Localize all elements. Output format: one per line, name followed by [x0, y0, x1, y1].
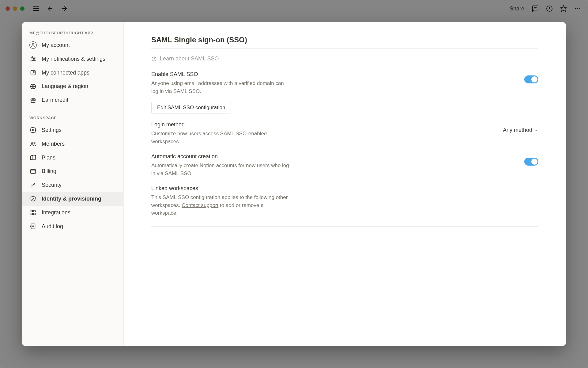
login-method-select[interactable]: Any method — [503, 127, 538, 133]
sidebar-item-language[interactable]: Language & region — [22, 79, 123, 93]
svg-point-18 — [31, 60, 32, 61]
setting-auto-create: Automatic account creation Automatically… — [151, 145, 538, 177]
close-dot[interactable] — [6, 6, 10, 11]
forward-icon[interactable] — [59, 4, 69, 13]
linked-desc: This SAML SSO configuration applies to t… — [151, 194, 289, 217]
auto-create-desc: Automatically create Notion accounts for… — [151, 162, 289, 177]
setting-enable-saml: Enable SAML SSO Anyone using email addre… — [151, 63, 538, 95]
svg-rect-35 — [34, 210, 36, 212]
svg-marker-8 — [560, 6, 567, 11]
help-icon — [151, 56, 157, 62]
log-icon — [29, 223, 37, 230]
maximize-dot[interactable] — [20, 6, 24, 11]
svg-rect-31 — [31, 169, 36, 173]
sidebar-item-notifications[interactable]: My notifications & settings — [22, 52, 123, 66]
sidebar-item-connected-apps[interactable]: My connected apps — [22, 66, 123, 80]
key-icon — [29, 182, 37, 189]
sidebar-item-members[interactable]: Members — [22, 137, 123, 151]
learn-link-label: Learn about SAML SSO — [160, 56, 219, 62]
contact-support-link[interactable]: Contact support — [182, 202, 218, 208]
sidebar-item-label: Settings — [42, 126, 62, 135]
svg-marker-28 — [31, 155, 36, 160]
setting-login-method: Login method Customize how users access … — [151, 113, 538, 145]
workspace-section-header: WORKSPACE — [22, 114, 123, 123]
gear-icon — [29, 126, 37, 134]
sidebar-item-label: Members — [42, 140, 65, 148]
sliders-icon — [29, 55, 37, 63]
top-bar: Share — [0, 0, 588, 17]
window-controls — [6, 6, 24, 11]
sidebar-item-label: My connected apps — [42, 68, 89, 77]
login-method-value: Any method — [503, 127, 532, 133]
map-icon — [29, 154, 37, 161]
login-method-title: Login method — [151, 121, 289, 128]
app-window: Share ME@TOOLSFORTHOUGHT.APP My account — [0, 0, 588, 368]
login-method-desc: Customize how users access SAML SSO-enab… — [151, 130, 289, 145]
sidebar-item-label: Earn credit — [42, 96, 68, 105]
svg-point-10 — [577, 8, 578, 9]
enable-saml-title: Enable SAML SSO — [151, 71, 289, 78]
external-link-icon — [29, 69, 37, 76]
svg-rect-37 — [34, 213, 36, 215]
svg-point-33 — [31, 185, 33, 187]
sidebar-item-label: Security — [42, 181, 62, 190]
svg-rect-36 — [31, 213, 33, 215]
back-icon[interactable] — [45, 4, 55, 13]
shield-check-icon — [29, 195, 37, 202]
avatar-icon — [29, 41, 37, 49]
credit-card-icon — [29, 168, 37, 175]
hamburger-icon[interactable] — [31, 4, 41, 13]
setting-linked-workspaces: Linked workspaces This SAML SSO configur… — [151, 177, 538, 217]
share-button[interactable]: Share — [508, 6, 526, 12]
sidebar-item-label: Billing — [42, 167, 56, 176]
sidebar-item-label: Audit log — [42, 222, 63, 231]
sidebar-item-label: My account — [42, 41, 70, 50]
enable-saml-toggle[interactable] — [524, 75, 538, 83]
sidebar-item-audit-log[interactable]: Audit log — [22, 220, 123, 233]
chevron-down-icon — [534, 128, 538, 132]
gift-icon — [29, 97, 37, 104]
svg-point-11 — [579, 8, 580, 9]
minimize-dot[interactable] — [13, 6, 17, 11]
favorite-icon[interactable] — [559, 4, 568, 13]
sidebar-item-label: Language & region — [42, 82, 88, 91]
sidebar-item-label: My notifications & settings — [42, 55, 105, 63]
globe-icon — [29, 83, 37, 90]
svg-point-25 — [32, 129, 34, 131]
settings-content: SAML Single sign-on (SSO) Learn about SA… — [124, 22, 566, 346]
sidebar-item-security[interactable]: Security — [22, 178, 123, 192]
sidebar-item-plans[interactable]: Plans — [22, 151, 123, 165]
sidebar-item-billing[interactable]: Billing — [22, 164, 123, 178]
sidebar-item-label: Integrations — [42, 208, 70, 217]
divider — [151, 226, 538, 227]
sidebar-item-my-account[interactable]: My account — [22, 38, 123, 52]
settings-modal: ME@TOOLSFORTHOUGHT.APP My account My not… — [22, 22, 566, 346]
account-section-header: ME@TOOLSFORTHOUGHT.APP — [22, 29, 123, 38]
sidebar-item-settings[interactable]: Settings — [22, 123, 123, 137]
auto-create-title: Automatic account creation — [151, 153, 289, 160]
svg-point-9 — [575, 8, 576, 9]
linked-title: Linked workspaces — [151, 185, 289, 192]
more-icon[interactable] — [573, 4, 582, 13]
learn-about-link[interactable]: Learn about SAML SSO — [151, 49, 538, 63]
settings-sidebar: ME@TOOLSFORTHOUGHT.APP My account My not… — [22, 22, 124, 346]
sidebar-item-label: Identity & provisioning — [42, 194, 101, 203]
comments-icon[interactable] — [530, 4, 540, 13]
edit-saml-config-button[interactable]: Edit SAML SSO configuration — [151, 102, 231, 113]
svg-point-27 — [34, 142, 35, 144]
auto-create-toggle[interactable] — [524, 158, 538, 166]
people-icon — [29, 140, 37, 148]
svg-point-12 — [32, 44, 34, 45]
sidebar-item-identity[interactable]: Identity & provisioning — [22, 192, 123, 206]
svg-rect-34 — [31, 210, 33, 212]
enable-saml-desc: Anyone using email addresses with a veri… — [151, 79, 289, 95]
svg-point-14 — [32, 57, 33, 58]
sidebar-item-integrations[interactable]: Integrations — [22, 206, 123, 220]
sidebar-item-label: Plans — [42, 153, 55, 162]
grid-icon — [29, 209, 37, 216]
page-title: SAML Single sign-on (SSO) — [151, 36, 538, 49]
svg-point-16 — [33, 58, 35, 59]
svg-point-26 — [31, 142, 33, 144]
sidebar-item-earn-credit[interactable]: Earn credit — [22, 93, 123, 107]
updates-icon[interactable] — [545, 4, 554, 13]
